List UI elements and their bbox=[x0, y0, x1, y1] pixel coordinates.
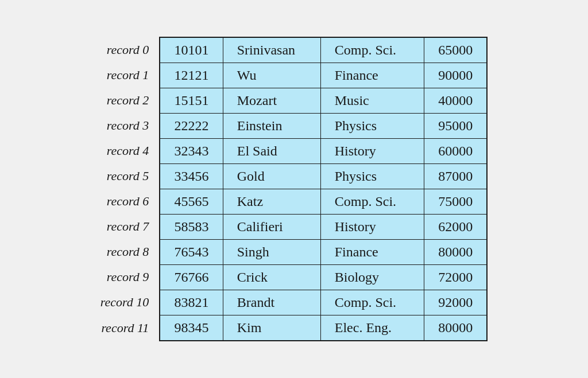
cell-id-1: 12121 bbox=[160, 63, 223, 88]
cell-salary-11: 80000 bbox=[424, 315, 487, 341]
cell-id-8: 76543 bbox=[160, 240, 223, 265]
cell-salary-9: 72000 bbox=[424, 265, 487, 290]
cell-name-3: Einstein bbox=[223, 114, 320, 139]
cell-salary-4: 60000 bbox=[424, 139, 487, 164]
cell-name-4: El Said bbox=[223, 139, 320, 164]
record-label-4: record 4 bbox=[100, 138, 155, 163]
record-label-6: record 6 bbox=[100, 189, 155, 214]
table-row: 83821BrandtComp. Sci.92000 bbox=[160, 290, 487, 315]
cell-id-5: 33456 bbox=[160, 164, 223, 189]
cell-name-1: Wu bbox=[223, 63, 320, 88]
cell-dept-0: Comp. Sci. bbox=[320, 37, 424, 63]
cell-salary-0: 65000 bbox=[424, 37, 487, 63]
cell-id-9: 76766 bbox=[160, 265, 223, 290]
cell-name-0: Srinivasan bbox=[223, 37, 320, 63]
table-row: 76766CrickBiology72000 bbox=[160, 265, 487, 290]
record-label-11: record 11 bbox=[100, 315, 155, 341]
cell-id-0: 10101 bbox=[160, 37, 223, 63]
cell-dept-7: History bbox=[320, 215, 424, 240]
cell-name-7: Califieri bbox=[223, 215, 320, 240]
record-label-7: record 7 bbox=[100, 214, 155, 239]
record-label-8: record 8 bbox=[100, 239, 155, 264]
record-label-2: record 2 bbox=[100, 88, 155, 113]
table-row: 33456GoldPhysics87000 bbox=[160, 164, 487, 189]
record-label-10: record 10 bbox=[100, 290, 155, 315]
table-row: 32343El SaidHistory60000 bbox=[160, 139, 487, 164]
data-table: 10101SrinivasanComp. Sci.6500012121WuFin… bbox=[159, 37, 488, 341]
cell-name-8: Singh bbox=[223, 240, 320, 265]
record-label-0: record 0 bbox=[100, 37, 155, 63]
cell-salary-10: 92000 bbox=[424, 290, 487, 315]
cell-name-2: Mozart bbox=[223, 88, 320, 114]
table-row: 10101SrinivasanComp. Sci.65000 bbox=[160, 37, 487, 63]
cell-id-6: 45565 bbox=[160, 189, 223, 215]
cell-id-7: 58583 bbox=[160, 215, 223, 240]
cell-id-3: 22222 bbox=[160, 114, 223, 139]
record-label-3: record 3 bbox=[100, 113, 155, 138]
cell-dept-3: Physics bbox=[320, 114, 424, 139]
cell-salary-7: 62000 bbox=[424, 215, 487, 240]
table-row: 98345KimElec. Eng.80000 bbox=[160, 315, 487, 341]
cell-dept-5: Physics bbox=[320, 164, 424, 189]
table-row: 76543SinghFinance80000 bbox=[160, 240, 487, 265]
cell-name-10: Brandt bbox=[223, 290, 320, 315]
cell-dept-9: Biology bbox=[320, 265, 424, 290]
cell-dept-11: Elec. Eng. bbox=[320, 315, 424, 341]
cell-name-9: Crick bbox=[223, 265, 320, 290]
cell-salary-5: 87000 bbox=[424, 164, 487, 189]
record-labels: record 0record 1record 2record 3record 4… bbox=[100, 37, 155, 341]
table-row: 15151MozartMusic40000 bbox=[160, 88, 487, 114]
table-row: 22222EinsteinPhysics95000 bbox=[160, 114, 487, 139]
cell-salary-1: 90000 bbox=[424, 63, 487, 88]
cell-id-11: 98345 bbox=[160, 315, 223, 341]
cell-id-2: 15151 bbox=[160, 88, 223, 114]
cell-id-4: 32343 bbox=[160, 139, 223, 164]
cell-dept-2: Music bbox=[320, 88, 424, 114]
cell-salary-3: 95000 bbox=[424, 114, 487, 139]
main-container: record 0record 1record 2record 3record 4… bbox=[100, 37, 488, 341]
cell-salary-6: 75000 bbox=[424, 189, 487, 215]
record-label-5: record 5 bbox=[100, 163, 155, 189]
cell-dept-4: History bbox=[320, 139, 424, 164]
cell-name-11: Kim bbox=[223, 315, 320, 341]
cell-salary-8: 80000 bbox=[424, 240, 487, 265]
table-row: 12121WuFinance90000 bbox=[160, 63, 487, 88]
table-row: 58583CalifieriHistory62000 bbox=[160, 215, 487, 240]
cell-name-6: Katz bbox=[223, 189, 320, 215]
cell-name-5: Gold bbox=[223, 164, 320, 189]
cell-dept-10: Comp. Sci. bbox=[320, 290, 424, 315]
cell-salary-2: 40000 bbox=[424, 88, 487, 114]
cell-id-10: 83821 bbox=[160, 290, 223, 315]
cell-dept-8: Finance bbox=[320, 240, 424, 265]
cell-dept-1: Finance bbox=[320, 63, 424, 88]
table-row: 45565KatzComp. Sci.75000 bbox=[160, 189, 487, 215]
record-label-9: record 9 bbox=[100, 264, 155, 290]
record-label-1: record 1 bbox=[100, 63, 155, 88]
cell-dept-6: Comp. Sci. bbox=[320, 189, 424, 215]
